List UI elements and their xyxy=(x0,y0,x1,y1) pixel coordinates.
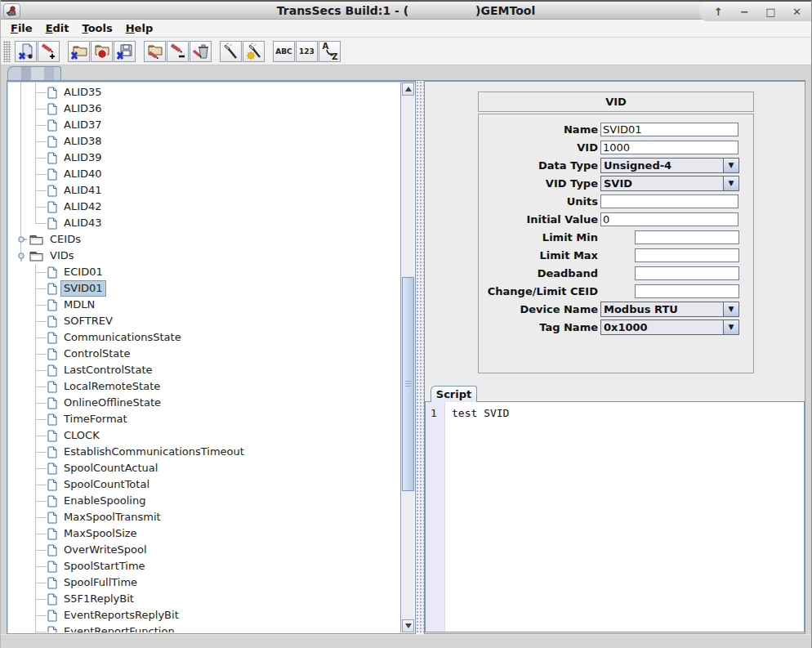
tree-item-lastcontrolstate[interactable]: LastControlState xyxy=(8,362,400,378)
scroll-up-button[interactable] xyxy=(402,83,414,96)
build-all-button[interactable] xyxy=(243,41,265,62)
device-name-combo[interactable]: Modbus RTU ▼ xyxy=(600,302,739,317)
chevron-down-icon[interactable]: ▼ xyxy=(723,177,738,190)
sort-123-button[interactable]: 123 xyxy=(296,41,318,62)
tree-item-alid43[interactable]: ALID43 xyxy=(8,215,400,231)
menu-edit[interactable]: Edit xyxy=(39,21,76,35)
tree-item-label[interactable]: CEIDs xyxy=(47,232,83,247)
maximize-button[interactable]: □ xyxy=(765,6,777,18)
tree-item-label[interactable]: SpoolStartTime xyxy=(61,559,148,574)
tree-item-label[interactable]: OverWriteSpool xyxy=(61,543,149,557)
tree-item-ecid01[interactable]: ECID01 xyxy=(8,264,400,280)
tree-item-label[interactable]: MDLN xyxy=(61,297,97,312)
limit-min-field[interactable] xyxy=(635,230,739,244)
initial-value-field[interactable] xyxy=(600,212,738,226)
tree-item-label[interactable]: MaxSpoolSize xyxy=(61,526,140,541)
tree-item-maxspoolsize[interactable]: MaxSpoolSize xyxy=(8,525,400,542)
tree-item-label[interactable]: ALID38 xyxy=(61,134,105,149)
tab-script[interactable]: Script xyxy=(431,386,477,402)
tree-item-label[interactable]: ALID36 xyxy=(61,101,105,116)
tree-item-label[interactable]: ALID39 xyxy=(61,150,105,165)
name-field[interactable] xyxy=(600,123,738,136)
tree-item-label[interactable]: SpoolFullTime xyxy=(61,575,140,590)
tree-item-s5f1replybit[interactable]: S5F1ReplyBit xyxy=(8,591,400,607)
tree-item-label[interactable]: EventReportsReplyBit xyxy=(61,608,181,623)
menu-help[interactable]: Help xyxy=(119,21,159,35)
tree-item-spoolcounttotal[interactable]: SpoolCountTotal xyxy=(8,476,400,493)
tree-item-maxspooltransmit[interactable]: MaxSpoolTransmit xyxy=(8,509,400,525)
tree-item-alid41[interactable]: ALID41 xyxy=(8,182,400,199)
limit-max-field[interactable] xyxy=(635,248,739,262)
tree-item-spoolfulltime[interactable]: SpoolFullTime xyxy=(8,574,400,591)
tree-item-controlstate[interactable]: ControlState xyxy=(8,346,400,362)
save-button[interactable] xyxy=(114,41,136,62)
units-field[interactable] xyxy=(600,194,738,208)
tree-item-eventreportfunction[interactable]: EventReportFunction xyxy=(8,623,400,632)
menu-tools[interactable]: Tools xyxy=(76,21,119,35)
tree-item-label[interactable]: OnlineOfflineState xyxy=(61,396,163,410)
tree-item-softrev[interactable]: SOFTREV xyxy=(8,313,400,329)
tree-item-enablespooling[interactable]: EnableSpooling xyxy=(8,493,400,509)
tree-item-label[interactable]: ECID01 xyxy=(61,265,105,279)
script-editor[interactable]: 1 test SVID xyxy=(425,401,805,632)
window-menu-button[interactable] xyxy=(3,3,20,19)
tree-item-label[interactable]: ALID37 xyxy=(61,118,105,132)
tree-item-alid37[interactable]: ALID37 xyxy=(8,117,400,133)
menu-file[interactable]: File xyxy=(4,21,39,35)
tree-item-label[interactable]: LocalRemoteState xyxy=(61,379,163,394)
tree-item-onlineofflinestate[interactable]: OnlineOfflineState xyxy=(8,395,400,411)
tree-item-label[interactable]: TimeFormat xyxy=(61,412,130,427)
tree-item-establishcommunicationstimeout[interactable]: EstablishCommunicationsTimeout xyxy=(8,444,400,460)
tree-item-label[interactable]: ALID35 xyxy=(61,85,105,100)
tab-redacted[interactable] xyxy=(7,66,61,80)
tree-item-label[interactable]: ALID40 xyxy=(61,167,105,181)
change-limit-ceid-field[interactable] xyxy=(635,284,739,298)
open-folder-button[interactable] xyxy=(68,41,90,62)
chevron-down-icon[interactable]: ▼ xyxy=(723,302,738,316)
expand-handle-icon[interactable] xyxy=(16,234,27,245)
tree-item-spoolstarttime[interactable]: SpoolStartTime xyxy=(8,558,400,574)
tree-item-clock[interactable]: CLOCK xyxy=(8,427,400,444)
new-item-button[interactable] xyxy=(15,41,37,62)
tree-item-alid42[interactable]: ALID42 xyxy=(8,199,400,215)
scroll-down-button[interactable] xyxy=(402,619,414,632)
tree-item-label[interactable]: S5F1ReplyBit xyxy=(61,592,136,606)
tree-item-alid39[interactable]: ALID39 xyxy=(8,150,400,166)
vid-field[interactable] xyxy=(600,141,738,154)
tree-item-alid36[interactable]: ALID36 xyxy=(8,101,400,117)
tree-item-label[interactable]: ALID42 xyxy=(61,199,105,214)
minimize-button[interactable]: − xyxy=(738,6,751,18)
tag-name-combo[interactable]: 0x1000 ▼ xyxy=(600,320,739,335)
tree-item-label[interactable]: ControlState xyxy=(61,346,132,361)
sort-a-z-button[interactable]: A Z xyxy=(319,41,341,62)
tree-item-timeformat[interactable]: TimeFormat xyxy=(8,411,400,427)
delete-trash-button[interactable] xyxy=(190,41,212,62)
title-bar[interactable]: TransSecs Build:1 - ( )GEMTool ↑ − □ ✕ xyxy=(1,0,811,20)
tree-item-localremotestate[interactable]: LocalRemoteState xyxy=(8,378,400,395)
chevron-down-icon[interactable]: ▼ xyxy=(723,159,738,172)
tree-item-spoolcountactual[interactable]: SpoolCountActual xyxy=(8,460,400,476)
tree-item-overwritespool[interactable]: OverWriteSpool xyxy=(8,542,400,558)
tree-item-label[interactable]: LastControlState xyxy=(61,363,154,378)
tree-item-communicationsstate[interactable]: CommunicationsState xyxy=(8,329,400,346)
add-pencil-button[interactable] xyxy=(38,41,60,62)
tree-item-label[interactable]: ALID43 xyxy=(61,216,105,230)
tree-item-eventreportsreplybit[interactable]: EventReportsReplyBit xyxy=(8,607,400,623)
tree-item-label[interactable]: VIDs xyxy=(47,248,77,263)
tree-item-label[interactable]: CommunicationsState xyxy=(61,330,184,345)
scrollbar-thumb[interactable] xyxy=(402,277,414,491)
tree-item-label[interactable]: ALID41 xyxy=(61,183,105,198)
tree-scrollbar[interactable] xyxy=(400,83,414,632)
data-type-combo[interactable]: Unsigned-4 ▼ xyxy=(600,158,739,173)
build-button[interactable] xyxy=(220,41,242,62)
split-divider[interactable] xyxy=(416,81,424,634)
tree-item-ceids[interactable]: CEIDs xyxy=(8,231,400,248)
tree-item-label[interactable]: SVID01 xyxy=(61,281,105,296)
tree-item-label[interactable]: SpoolCountTotal xyxy=(61,477,152,492)
tree-item-label[interactable]: MaxSpoolTransmit xyxy=(61,510,163,525)
shade-button[interactable]: ↑ xyxy=(712,6,725,18)
tree-item-label[interactable]: EstablishCommunicationsTimeout xyxy=(61,445,247,459)
tree-item-vids[interactable]: VIDs xyxy=(8,248,400,264)
tree-item-mdln[interactable]: MDLN xyxy=(8,297,400,313)
stop-folder-button[interactable] xyxy=(91,41,113,62)
